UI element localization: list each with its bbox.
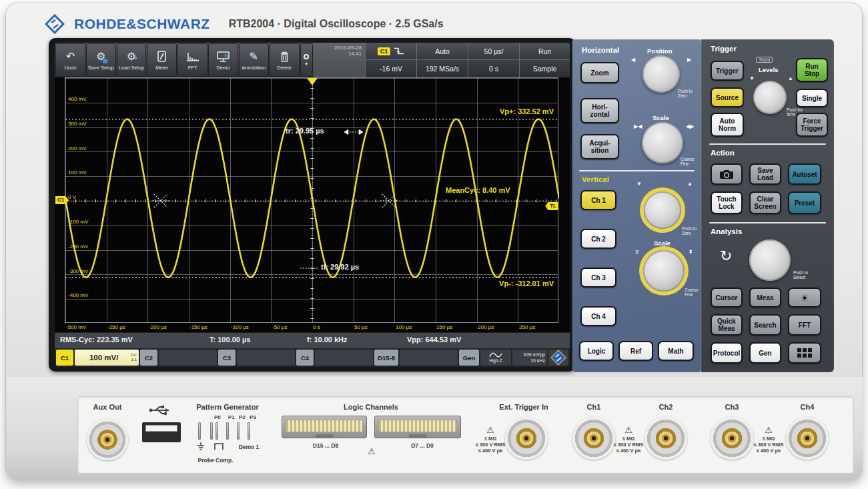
trigger-source-cell[interactable]: C1 <box>365 43 416 60</box>
ch1-button[interactable]: Ch 1 <box>580 190 616 210</box>
run-stop-button[interactable]: Run Stop <box>796 58 828 82</box>
channel4-tab[interactable] <box>315 350 373 366</box>
protocol-button[interactable]: Protocol <box>711 342 743 364</box>
zoom-button[interactable]: Zoom <box>580 62 619 83</box>
generator-tab[interactable]: High-Z <box>480 350 511 366</box>
acquisition-button[interactable]: Acqui-sition <box>580 134 619 159</box>
horizontal-button[interactable]: Hori-zontal <box>580 98 619 123</box>
demo-icon <box>217 50 230 63</box>
cursor-button[interactable]: Cursor <box>711 288 743 308</box>
x-axis-label: 150 µs <box>436 324 452 330</box>
rohde-schwarz-diamond-icon <box>550 350 566 366</box>
vertical-position-knob[interactable] <box>644 191 681 229</box>
expand-icon: ◀▶ <box>686 123 694 129</box>
navigation-knob[interactable] <box>749 239 791 281</box>
chevron-down-icon: ▼ <box>304 61 309 66</box>
channel1-tab-badge[interactable]: C1 <box>56 350 73 366</box>
y-axis-label: -200 mV <box>68 243 88 250</box>
channel4-tab-badge[interactable]: C4 <box>296 350 314 366</box>
brand-name: ROHDE&SCHWARZ <box>74 16 210 32</box>
annotation-button[interactable]: ✎ Annotation <box>239 43 269 77</box>
trigger-level-knob[interactable] <box>753 81 787 114</box>
save-setup-icon: ⚙ <box>96 50 105 63</box>
horizontal-position-cell[interactable]: 0 s <box>468 60 519 77</box>
trigger-level-cell[interactable]: -16 mV <box>365 60 416 77</box>
meas-button[interactable]: Meas <box>749 288 781 308</box>
quick-meas-button[interactable]: Quick Meas <box>711 314 743 336</box>
pin-p3-label: P3 <box>250 414 256 420</box>
delete-button[interactable]: Delete <box>270 43 300 77</box>
trigger-source-button[interactable]: Source <box>711 87 744 107</box>
rise-time-arrows <box>344 129 363 135</box>
period-measurement: T: 100.00 µs <box>209 336 250 344</box>
single-button[interactable]: Single <box>796 89 828 107</box>
ch3-button[interactable]: Ch 3 <box>580 268 616 288</box>
y-axis-label: -400 mV <box>68 292 88 298</box>
digital-tab-badge[interactable]: D15-8 <box>374 350 398 366</box>
channel3-tab[interactable] <box>237 350 295 366</box>
rotate-icon: ↻ <box>720 248 732 265</box>
ref-button[interactable]: Ref <box>618 341 653 361</box>
logic-button[interactable]: Logic <box>579 341 614 361</box>
auto-norm-button[interactable]: Auto Norm <box>711 113 744 137</box>
connector-panel: Aux Out Pattern Generator P0 P1 P2 P3 <box>77 396 854 474</box>
fft-icon <box>186 50 199 63</box>
autoset-button[interactable]: Autoset <box>788 163 821 185</box>
channel3-tab-badge[interactable]: C3 <box>218 350 236 366</box>
undo-button[interactable]: ↶ Undo <box>55 43 85 77</box>
x-axis-labels: -500 mV -250 µs -200 µs -150 µs -100 µs … <box>65 323 558 332</box>
ch2-button[interactable]: Ch 2 <box>580 229 616 249</box>
acquisition-mode-cell[interactable]: Auto <box>416 43 468 60</box>
screenshot-button[interactable] <box>711 163 743 185</box>
math-button[interactable]: Math <box>658 341 694 361</box>
trigd-indicator: Trig'd <box>756 57 773 63</box>
gen-button[interactable]: Gen <box>749 342 781 364</box>
x-axis-label: 200 µs <box>478 324 494 330</box>
toolbar-more-button[interactable]: ▼ <box>300 43 314 77</box>
ext-trigger-label: Ext. Trigger In <box>499 403 548 411</box>
vertical-scale-knob[interactable] <box>643 250 685 292</box>
touch-lock-button[interactable]: Touch Lock <box>711 191 743 214</box>
save-load-button[interactable]: Save Load <box>749 163 781 185</box>
horizontal-vertical-panel: Horizontal Zoom Hori-zontal Acqui-sition… <box>572 39 701 372</box>
horizontal-section-title: Horizontal <box>582 46 619 54</box>
fft-panel-button[interactable]: FFT <box>788 314 821 336</box>
waveform-display[interactable]: 400 mV 300 mV 200 mV 100 mV 0 V -100 mV … <box>65 77 558 323</box>
clear-screen-button[interactable]: Clear Screen <box>749 191 781 214</box>
load-setup-button[interactable]: ⚙▲ Load Setup <box>117 43 147 77</box>
trigger-action-analysis-panel: Trigger Trigger Source Auto Norm Trig'd … <box>701 39 834 372</box>
y-axis-label: 400 mV <box>68 96 87 102</box>
channel2-tab[interactable] <box>159 350 217 366</box>
acquisition-type-cell[interactable]: Sample <box>519 60 570 77</box>
save-setup-button[interactable]: ⚙ Save Setup <box>86 43 116 77</box>
lower-face: Aux Out Pattern Generator P0 P1 P2 P3 <box>7 377 863 480</box>
fall-time-annotation: tf: 29.92 µs <box>321 263 359 271</box>
apps-button[interactable] <box>788 342 821 364</box>
preset-button[interactable]: Preset <box>788 191 821 214</box>
vertical-position-push-hint: Push to Zero <box>682 226 702 235</box>
demo-button[interactable]: Demo <box>208 43 238 77</box>
horizontal-scale-knob[interactable] <box>642 122 683 163</box>
ch3-ch4-warning: ⚠ 1 MΩ ≤ 300 V RMS ≤ 400 V pk <box>754 424 784 454</box>
force-trigger-button[interactable]: Force Trigger <box>796 113 828 137</box>
generator-tab-badge[interactable]: Gen <box>459 350 479 366</box>
search-button[interactable]: Search <box>749 314 781 336</box>
channel2-tab-badge[interactable]: C2 <box>140 350 157 366</box>
intensity-button[interactable]: ☀ <box>788 288 821 308</box>
digital-tab[interactable] <box>400 350 458 366</box>
meter-button[interactable]: Meter <box>147 43 177 77</box>
arrow-left-icon: ◀ <box>631 57 635 63</box>
run-state-cell[interactable]: Run <box>519 43 570 60</box>
horizontal-position-knob[interactable] <box>642 55 680 93</box>
pin-p0-label: P0 <box>214 414 221 420</box>
timebase-cell[interactable]: 50 µs/ <box>468 43 519 60</box>
fft-button[interactable]: FFT <box>177 43 207 77</box>
ch3-label: Ch3 <box>725 403 739 411</box>
y-axis-label: -300 mV <box>68 268 88 274</box>
touchscreen[interactable]: ↶ Undo ⚙ Save Setup ⚙▲ Load Setup Meter … <box>55 43 570 367</box>
channel1-tab[interactable]: 100 mV/ DC 1:1 <box>75 350 139 366</box>
vp-minus-annotation: Vp-: -312.01 mV <box>499 280 554 288</box>
x-axis-label: -150 µs <box>189 324 207 330</box>
trigger-menu-button[interactable]: Trigger <box>711 61 744 81</box>
ch4-button[interactable]: Ch 4 <box>580 306 616 326</box>
